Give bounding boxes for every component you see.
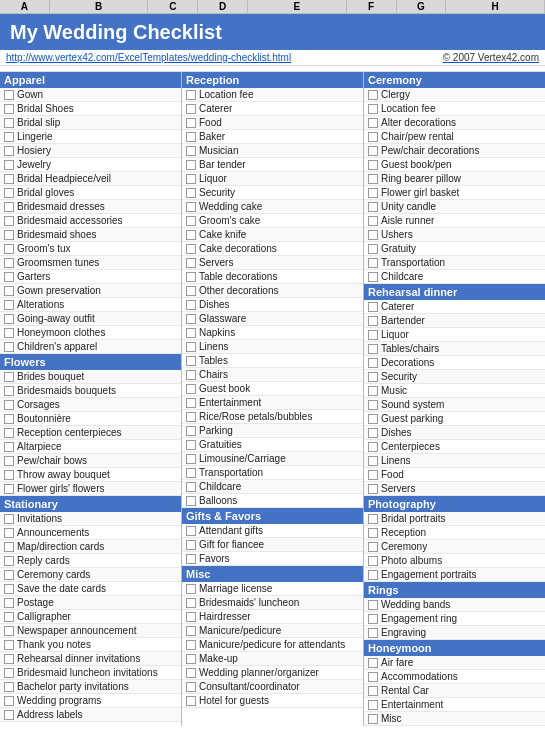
checkbox[interactable]: [4, 258, 14, 268]
checkbox[interactable]: [368, 414, 378, 424]
checkbox[interactable]: [4, 612, 14, 622]
checkbox[interactable]: [4, 286, 14, 296]
checkbox[interactable]: [368, 230, 378, 240]
checkbox[interactable]: [368, 542, 378, 552]
checkbox[interactable]: [4, 640, 14, 650]
checkbox[interactable]: [368, 188, 378, 198]
checkbox[interactable]: [368, 244, 378, 254]
checkbox[interactable]: [368, 272, 378, 282]
checkbox[interactable]: [368, 132, 378, 142]
checkbox[interactable]: [4, 146, 14, 156]
checkbox[interactable]: [4, 400, 14, 410]
checkbox[interactable]: [368, 358, 378, 368]
checkbox[interactable]: [368, 90, 378, 100]
checkbox[interactable]: [4, 696, 14, 706]
checkbox[interactable]: [186, 314, 196, 324]
checkbox[interactable]: [186, 668, 196, 678]
checkbox[interactable]: [368, 302, 378, 312]
checkbox[interactable]: [4, 174, 14, 184]
checkbox[interactable]: [186, 342, 196, 352]
checkbox[interactable]: [186, 104, 196, 114]
checkbox[interactable]: [186, 90, 196, 100]
checkbox[interactable]: [186, 328, 196, 338]
checkbox[interactable]: [368, 686, 378, 696]
checkbox[interactable]: [186, 526, 196, 536]
url-link[interactable]: http://www.vertex42.com/ExcelTemplates/w…: [6, 52, 291, 63]
checkbox[interactable]: [4, 542, 14, 552]
checkbox[interactable]: [4, 626, 14, 636]
checkbox[interactable]: [4, 244, 14, 254]
checkbox[interactable]: [4, 216, 14, 226]
checkbox[interactable]: [4, 528, 14, 538]
checkbox[interactable]: [4, 470, 14, 480]
checkbox[interactable]: [368, 202, 378, 212]
checkbox[interactable]: [186, 132, 196, 142]
checkbox[interactable]: [368, 600, 378, 610]
checkbox[interactable]: [186, 540, 196, 550]
checkbox[interactable]: [368, 174, 378, 184]
checkbox[interactable]: [4, 188, 14, 198]
checkbox[interactable]: [368, 258, 378, 268]
checkbox[interactable]: [368, 672, 378, 682]
checkbox[interactable]: [4, 682, 14, 692]
checkbox[interactable]: [368, 514, 378, 524]
checkbox[interactable]: [368, 714, 378, 724]
checkbox[interactable]: [368, 216, 378, 226]
checkbox[interactable]: [4, 654, 14, 664]
checkbox[interactable]: [186, 244, 196, 254]
checkbox[interactable]: [4, 442, 14, 452]
checkbox[interactable]: [368, 528, 378, 538]
checkbox[interactable]: [186, 412, 196, 422]
checkbox[interactable]: [368, 700, 378, 710]
checkbox[interactable]: [186, 612, 196, 622]
checkbox[interactable]: [4, 314, 14, 324]
checkbox[interactable]: [186, 160, 196, 170]
checkbox[interactable]: [368, 556, 378, 566]
checkbox[interactable]: [186, 654, 196, 664]
checkbox[interactable]: [4, 570, 14, 580]
checkbox[interactable]: [368, 400, 378, 410]
checkbox[interactable]: [4, 104, 14, 114]
checkbox[interactable]: [4, 598, 14, 608]
checkbox[interactable]: [368, 146, 378, 156]
checkbox[interactable]: [186, 202, 196, 212]
checkbox[interactable]: [368, 428, 378, 438]
checkbox[interactable]: [186, 696, 196, 706]
checkbox[interactable]: [186, 118, 196, 128]
checkbox[interactable]: [4, 556, 14, 566]
checkbox[interactable]: [4, 90, 14, 100]
checkbox[interactable]: [4, 230, 14, 240]
checkbox[interactable]: [186, 640, 196, 650]
checkbox[interactable]: [186, 188, 196, 198]
checkbox[interactable]: [186, 584, 196, 594]
checkbox[interactable]: [4, 132, 14, 142]
checkbox[interactable]: [186, 398, 196, 408]
checkbox[interactable]: [368, 372, 378, 382]
checkbox[interactable]: [368, 614, 378, 624]
checkbox[interactable]: [368, 118, 378, 128]
checkbox[interactable]: [4, 372, 14, 382]
checkbox[interactable]: [368, 344, 378, 354]
checkbox[interactable]: [186, 554, 196, 564]
checkbox[interactable]: [186, 426, 196, 436]
checkbox[interactable]: [186, 454, 196, 464]
checkbox[interactable]: [368, 658, 378, 668]
checkbox[interactable]: [4, 710, 14, 720]
checkbox[interactable]: [368, 442, 378, 452]
checkbox[interactable]: [186, 370, 196, 380]
checkbox[interactable]: [186, 286, 196, 296]
checkbox[interactable]: [4, 328, 14, 338]
checkbox[interactable]: [4, 160, 14, 170]
checkbox[interactable]: [368, 386, 378, 396]
checkbox[interactable]: [186, 272, 196, 282]
checkbox[interactable]: [4, 386, 14, 396]
checkbox[interactable]: [4, 484, 14, 494]
checkbox[interactable]: [186, 468, 196, 478]
checkbox[interactable]: [4, 668, 14, 678]
checkbox[interactable]: [368, 330, 378, 340]
checkbox[interactable]: [186, 682, 196, 692]
checkbox[interactable]: [4, 456, 14, 466]
checkbox[interactable]: [4, 202, 14, 212]
checkbox[interactable]: [186, 174, 196, 184]
checkbox[interactable]: [368, 570, 378, 580]
